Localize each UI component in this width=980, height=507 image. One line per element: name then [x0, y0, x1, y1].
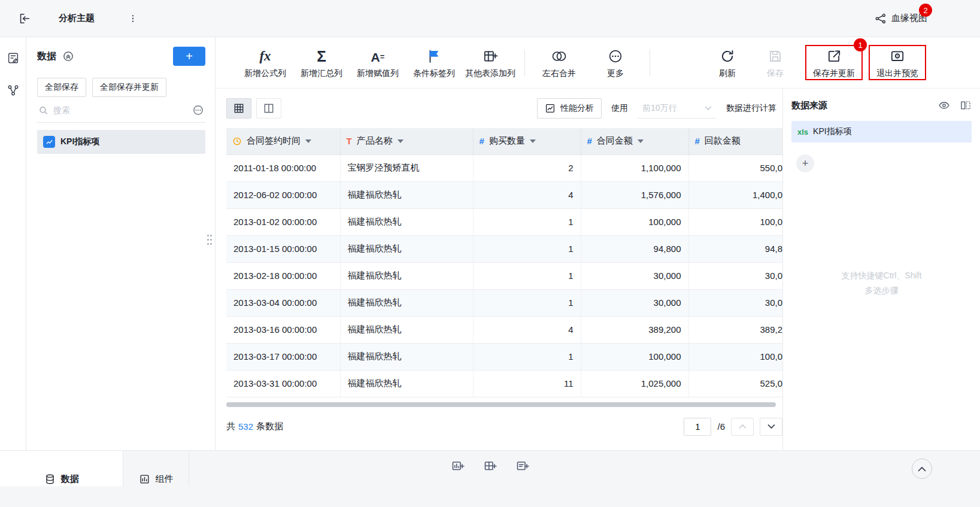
- flow-steps-icon[interactable]: [7, 84, 20, 97]
- table-row[interactable]: 2013-01-02 00:00:00福建福欣热轧1100,000100,0: [226, 208, 782, 235]
- data-table: 合同签约时间 T 产品名称 #: [226, 128, 782, 397]
- table-row[interactable]: 2013-01-15 00:00:00福建福欣热轧194,80094,8: [226, 235, 782, 262]
- tab-data-label: 数据: [61, 473, 79, 485]
- add-table-icon[interactable]: [483, 459, 497, 473]
- toolbar-item-label: 保存: [767, 68, 784, 79]
- exit-preview-icon: [890, 46, 905, 64]
- table-row[interactable]: 2013-03-17 00:00:00福建福欣热轧1100,000100,0: [226, 343, 782, 370]
- grid-view-button[interactable]: [226, 98, 251, 119]
- sort-caret-icon: [638, 139, 644, 143]
- toolbar-new-summary-column[interactable]: Σ 新增汇总列: [293, 46, 350, 79]
- toolbar-condition-tag-column[interactable]: 条件标签列: [406, 46, 462, 79]
- table-row[interactable]: 2013-02-18 00:00:00福建福欣热轧130,00030,0: [226, 262, 782, 289]
- toolbar-item-label: 更多: [607, 68, 624, 79]
- bottom-bar: 数据 组件: [0, 450, 980, 507]
- dataset-item-kpi[interactable]: KPI指标项: [37, 130, 205, 154]
- flag-icon: [426, 46, 442, 64]
- toolbar-add-column-from-table[interactable]: 其他表添加列: [462, 46, 518, 79]
- toolbar-new-assign-column[interactable]: A= 新增赋值列: [350, 46, 406, 79]
- lineage-view-button[interactable]: 血缘视图: [875, 13, 927, 25]
- add-chart-icon[interactable]: [451, 459, 465, 473]
- add-card-icon[interactable]: [515, 459, 530, 473]
- lineage-icon: [875, 13, 887, 25]
- switch-layout-icon[interactable]: [960, 99, 972, 111]
- compute-label: 数据进行计算: [726, 103, 776, 114]
- search-more-icon[interactable]: [192, 104, 204, 116]
- column-header-contract-amount[interactable]: # 合同金额: [581, 128, 688, 154]
- sort-caret-icon: [305, 139, 311, 143]
- sort-caret-icon: [530, 139, 536, 143]
- annotation-badge-2: 2: [919, 4, 932, 17]
- toolbar-save[interactable]: 保存: [751, 46, 799, 79]
- sort-caret-icon: [398, 139, 403, 143]
- performance-chart-icon: [545, 103, 556, 114]
- toolbar-new-formula-column[interactable]: fx 新增公式列: [237, 46, 293, 79]
- table-row[interactable]: 2013-03-31 00:00:00福建福欣热轧111,025,000525,…: [226, 370, 782, 397]
- toolbar-separator: [524, 50, 525, 76]
- toolbar-item-label: 其他表添加列: [465, 68, 515, 79]
- total-rows-text: 共 532 条数据: [226, 421, 283, 432]
- toolbar-item-label: 新增公式列: [244, 68, 286, 79]
- data-panel: 数据 + 全部保存 全部保存并更新: [26, 37, 216, 450]
- kebab-menu-icon[interactable]: [128, 14, 138, 23]
- number-type-icon: #: [695, 136, 700, 146]
- page-down-button[interactable]: [760, 418, 782, 436]
- table-row[interactable]: 2012-06-02 00:00:00福建福欣热轧41,576,0001,400…: [226, 181, 782, 208]
- horizontal-scrollbar[interactable]: [226, 402, 776, 407]
- performance-analysis-button[interactable]: 性能分析: [537, 98, 602, 119]
- component-chart-icon: [139, 473, 150, 485]
- edit-subject-icon[interactable]: [7, 51, 20, 65]
- left-rail: [0, 37, 26, 450]
- collapse-all-icon[interactable]: [62, 50, 74, 62]
- top-header: 分析主题 血缘视图: [0, 0, 980, 37]
- more-circle-icon: [608, 46, 623, 64]
- preview-history-icon[interactable]: [938, 99, 950, 111]
- table-row[interactable]: 2013-03-04 00:00:00福建福欣热轧130,00030,0: [226, 289, 782, 316]
- search-input[interactable]: [53, 105, 187, 115]
- table-row[interactable]: 2013-03-16 00:00:00福建福欣热轧4389,200389,2: [226, 316, 782, 343]
- source-step-kpi[interactable]: xls KPI指标项: [791, 121, 972, 142]
- xls-badge: xls: [797, 127, 808, 136]
- multi-select-hint: 支持快捷键Ctrl、Shift 多选步骤: [783, 268, 980, 298]
- sigma-icon: Σ: [317, 46, 326, 64]
- add-step-button[interactable]: +: [796, 154, 814, 172]
- table-row[interactable]: 2011-01-18 00:00:00宝钢罗泾预矫直机21,100,000550…: [226, 154, 782, 181]
- exit-icon[interactable]: [18, 12, 31, 25]
- row-limit-select[interactable]: 前10万行: [638, 98, 717, 119]
- page-total-label: /6: [717, 421, 725, 432]
- database-icon: [44, 473, 56, 485]
- save-all-and-update-button[interactable]: 全部保存并更新: [92, 78, 166, 97]
- panel-resize-handle[interactable]: [207, 235, 213, 247]
- edit-toolbar: fx 新增公式列 Σ 新增汇总列 A= 新增赋值列 条件标签列: [216, 37, 980, 89]
- tab-data[interactable]: 数据: [0, 451, 123, 486]
- date-type-icon: [232, 136, 242, 146]
- column-header-sign-date[interactable]: 合同签约时间: [226, 128, 340, 154]
- toolbar-left-right-merge[interactable]: 左右合并: [531, 46, 587, 79]
- total-rows-count: 532: [238, 421, 253, 432]
- page-number-input[interactable]: [684, 418, 711, 436]
- use-label: 使用: [611, 103, 628, 114]
- column-header-quantity[interactable]: # 购买数量: [473, 128, 581, 154]
- annotation-badge-1: 1: [854, 38, 867, 51]
- toolbar-refresh[interactable]: 刷新: [703, 46, 751, 79]
- column-header-product-name[interactable]: T 产品名称: [340, 128, 473, 154]
- annotation-box-2: 退出并预览: [869, 45, 926, 80]
- toolbar-separator: [650, 50, 650, 76]
- collapse-bottom-bar-button[interactable]: [912, 459, 932, 479]
- column-header-payment-amount[interactable]: # 回款金额: [688, 128, 782, 154]
- toolbar-item-label: 左右合并: [542, 68, 576, 79]
- toolbar-exit-and-preview[interactable]: 退出并预览: [871, 46, 924, 79]
- fx-icon: fx: [259, 46, 271, 64]
- number-type-icon: #: [587, 136, 592, 146]
- table-add-column-icon: [483, 46, 498, 64]
- add-dataset-button[interactable]: +: [173, 47, 205, 66]
- card-view-button[interactable]: [256, 98, 281, 119]
- toolbar-save-and-update[interactable]: 保存并更新: [808, 46, 860, 79]
- toolbar-item-label: 新增赋值列: [357, 68, 399, 79]
- dataset-chart-icon: [43, 136, 55, 148]
- toolbar-more[interactable]: 更多: [587, 46, 644, 79]
- page-up-button[interactable]: [731, 418, 754, 436]
- chevron-up-icon: [918, 466, 926, 472]
- save-all-button[interactable]: 全部保存: [37, 78, 86, 97]
- tab-component[interactable]: 组件: [123, 451, 189, 486]
